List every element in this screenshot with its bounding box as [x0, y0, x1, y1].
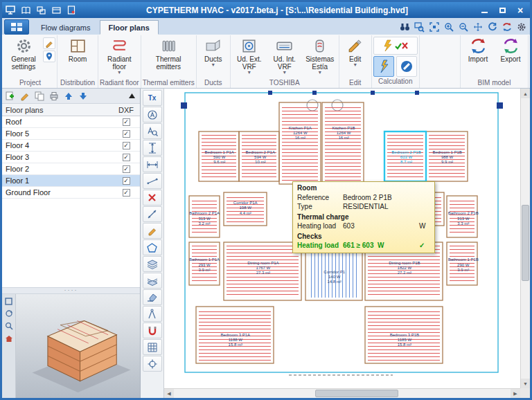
dxf-checkbox[interactable]: ✓ [123, 118, 130, 126]
layers-up-button[interactable] [143, 256, 162, 272]
panel-splitter[interactable]: ···· [2, 288, 140, 294]
dxf-checkbox[interactable]: ✓ [123, 177, 130, 185]
vscroll-track[interactable] [521, 98, 530, 379]
ud-ext-vrf-button[interactable]: Ud. Ext. VRF ▾ [232, 35, 267, 75]
drawing-canvas[interactable]: Bedroom 1 P1A 590 W 9.6 m²Bedroom 2 P1A … [164, 89, 520, 388]
pencil-icon [20, 91, 30, 101]
table-row[interactable]: Ground Floor ✓ [2, 187, 140, 199]
copy-icon [35, 91, 44, 101]
vscroll-thumb[interactable] [522, 205, 529, 281]
table-row-selected[interactable]: Floor 1 ✓ [2, 175, 140, 187]
table-row[interactable]: Floor 2 ✓ [2, 163, 140, 175]
export-button[interactable]: Export [495, 35, 526, 64]
ortho-grid-button[interactable] [143, 339, 162, 355]
divider-button[interactable] [143, 306, 162, 322]
bim-sync-button[interactable] [499, 20, 514, 34]
preview-home-button[interactable] [3, 333, 15, 344]
model-3d-preview [2, 294, 140, 398]
hscroll-track[interactable] [174, 389, 511, 398]
delete-button[interactable] [143, 190, 162, 206]
import-button[interactable]: Import [462, 35, 494, 64]
report-icon[interactable] [64, 3, 78, 17]
print-floor-button[interactable] [48, 90, 60, 102]
preview-3d-view[interactable] [16, 294, 140, 398]
group-label: Calculation [373, 77, 418, 87]
cancel-calculation-button[interactable] [396, 56, 417, 77]
room-button[interactable]: Room [59, 35, 96, 64]
maximize-button[interactable] [494, 3, 511, 17]
tools-icon[interactable] [49, 3, 63, 17]
update-results-button[interactable] [373, 37, 418, 55]
calculate-button[interactable] [373, 56, 394, 77]
copy-floor-button[interactable] [33, 90, 46, 102]
add-floor-button[interactable] [4, 90, 17, 102]
dxf-checkbox[interactable]: ✓ [123, 189, 130, 197]
dxf-checkbox[interactable]: ✓ [123, 165, 130, 173]
duct-icon [204, 37, 222, 55]
tab-floor-plans[interactable]: Floor plans [100, 20, 159, 35]
layers-down-button[interactable] [143, 273, 162, 289]
minimize-button[interactable] [476, 3, 493, 17]
table-row[interactable]: Floor 4 ✓ [2, 140, 140, 152]
diagonal-dimension-button[interactable] [143, 206, 162, 222]
edit-button[interactable]: Edit ▾ [341, 35, 370, 68]
sketch-pencil-button[interactable] [143, 223, 162, 239]
vertical-dimension-button[interactable] [143, 140, 162, 156]
hscroll-thumb[interactable] [315, 390, 398, 397]
move-down-button[interactable] [77, 90, 89, 102]
vertical-scrollbar[interactable]: ▲ ▼ [520, 89, 530, 388]
ducts-button[interactable]: Ducts ▾ [198, 35, 229, 68]
zoom-in-button[interactable] [441, 20, 456, 34]
zoom-window-button[interactable] [412, 20, 427, 34]
edit-plan-button[interactable] [43, 37, 55, 49]
scroll-up-button[interactable]: ▲ [521, 89, 531, 98]
annotation-center-button[interactable] [143, 107, 162, 122]
tab-flow-diagrams[interactable]: Flow diagrams [32, 20, 100, 35]
close-button[interactable]: × [512, 3, 529, 17]
georeference-button[interactable] [43, 51, 55, 62]
windows-icon[interactable] [34, 3, 48, 17]
scroll-left-button[interactable]: ◀ [164, 389, 174, 399]
options-button[interactable] [514, 20, 529, 34]
find-button[interactable] [398, 20, 412, 34]
preview-rotate-button[interactable] [3, 308, 15, 319]
library-icon[interactable] [19, 3, 33, 17]
zoom-extents-button[interactable] [427, 20, 441, 34]
thermal-emitters-button[interactable]: Thermal emitters [148, 35, 189, 71]
redraw-button[interactable] [485, 20, 499, 34]
eraser-button[interactable] [143, 289, 162, 305]
snap-point-button[interactable] [143, 356, 162, 372]
ud-int-vrf-button[interactable]: Ud. Int. VRF ▾ [267, 35, 302, 75]
edit-floor-button[interactable] [19, 90, 31, 102]
collapse-panel-button[interactable] [125, 90, 138, 102]
table-row[interactable]: Floor 5 ✓ [2, 128, 140, 140]
radiant-floor-button[interactable]: Radiant floor ▾ [100, 35, 138, 75]
preview-zoom-button[interactable] [3, 320, 15, 331]
app-icon[interactable] [3, 3, 17, 17]
text-style-button[interactable]: Tx [143, 90, 162, 106]
app-menu-button[interactable] [4, 19, 29, 35]
tooltip-title: Room [293, 182, 434, 193]
pan-button[interactable] [470, 20, 485, 34]
move-up-button[interactable] [62, 90, 75, 102]
building-3d-model [16, 294, 140, 398]
table-row[interactable]: Floor 3 ✓ [2, 152, 140, 163]
floor-name: Ground Floor [6, 188, 116, 197]
horizontal-dimension-button[interactable] [143, 156, 162, 172]
zoom-out-button[interactable] [456, 20, 470, 34]
general-settings-button[interactable]: General settings [5, 35, 42, 71]
polygon-button[interactable] [143, 239, 162, 255]
horizontal-scrollbar[interactable]: ◀ ▶ [164, 388, 520, 398]
window-title: CYPETHERM HVAC - v2017.beta.j - [S:\...\… [80, 6, 475, 15]
table-row[interactable]: Roof ✓ [2, 116, 140, 128]
snap-magnet-button[interactable] [143, 322, 162, 338]
dxf-checkbox[interactable]: ✓ [123, 142, 130, 149]
edit-dimension-button[interactable] [143, 173, 162, 189]
preview-window-button[interactable] [3, 296, 15, 307]
scroll-right-button[interactable]: ▶ [511, 389, 520, 399]
sistemas-estia-button[interactable]: Sistemas Estía ▾ [303, 35, 337, 75]
scroll-down-button[interactable]: ▼ [521, 379, 531, 388]
dxf-checkbox[interactable]: ✓ [123, 130, 130, 138]
dxf-checkbox[interactable]: ✓ [123, 154, 130, 161]
find-text-button[interactable] [143, 123, 162, 139]
